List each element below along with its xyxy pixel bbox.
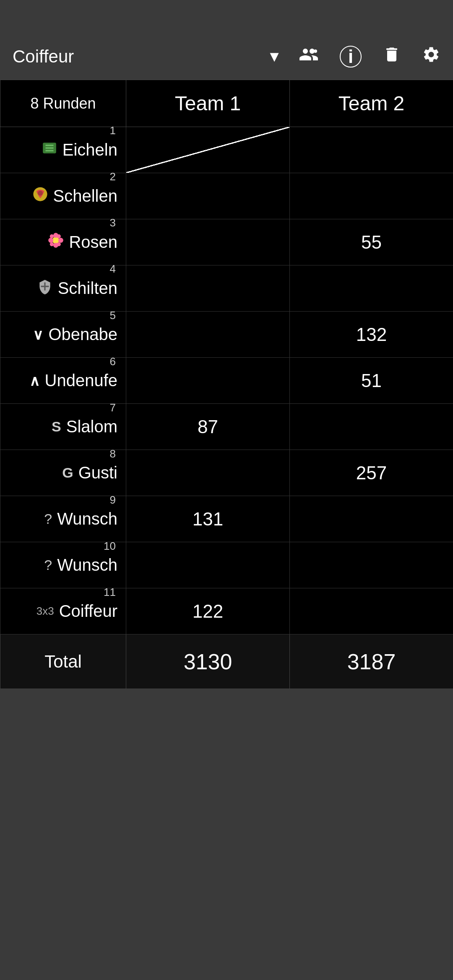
row-number: 6 — [110, 355, 116, 368]
row-number: 4 — [110, 263, 116, 276]
row-label-gusti[interactable]: 8GGusti — [0, 450, 126, 496]
row-number: 7 — [110, 401, 116, 414]
row-number: 9 — [110, 494, 116, 507]
row-team1-schellen[interactable] — [126, 173, 290, 219]
table-row[interactable]: 6∧Undenufe51 — [0, 358, 453, 404]
row-team1-obenabe[interactable] — [126, 312, 290, 358]
row-number: 8 — [110, 447, 116, 460]
row-team1-wunsch[interactable] — [126, 542, 290, 588]
row-team2-schilten[interactable] — [290, 265, 453, 312]
wunsch-icon: ? — [44, 557, 52, 573]
gusti-icon: G — [62, 465, 73, 481]
row-team1-undenufe[interactable] — [126, 358, 290, 404]
row-label-wunsch[interactable]: 10?Wunsch — [0, 542, 126, 588]
info-icon[interactable]: i — [340, 46, 362, 68]
svg-point-15 — [50, 242, 54, 247]
row-team1-wunsch[interactable]: 131 — [126, 496, 290, 542]
row-text-obenabe: Obenabe — [48, 325, 117, 344]
row-text-schellen: Schellen — [53, 187, 117, 205]
row-text-eicheln: Eicheln — [62, 140, 117, 159]
score-table: 8 Runden Team 1 Team 2 1 Eicheln2 Schell… — [0, 80, 453, 689]
total-label: Total — [0, 634, 126, 689]
row-team1-eicheln[interactable] — [126, 127, 290, 173]
obenabe-icon: ∨ — [33, 326, 43, 343]
table-row[interactable]: 8GGusti257 — [0, 450, 453, 496]
row-team2-obenabe[interactable]: 132 — [290, 312, 453, 358]
row-team2-rosen[interactable]: 55 — [290, 219, 453, 265]
row-team2-eicheln[interactable] — [290, 127, 453, 173]
dropdown-icon[interactable]: ▼ — [267, 48, 282, 65]
row-label-coiffeur[interactable]: 113x3Coiffeur — [0, 588, 126, 634]
rosen-icon — [48, 232, 64, 252]
svg-point-9 — [58, 238, 63, 243]
row-number: 3 — [110, 216, 116, 229]
toolbar: Coiffeur ▼ i — [0, 34, 453, 80]
row-team1-rosen[interactable] — [126, 219, 290, 265]
row-number: 2 — [110, 170, 116, 183]
table-row[interactable]: 5∨Obenabe132 — [0, 312, 453, 358]
total-row: Total31303187 — [0, 634, 453, 689]
toolbar-icons: i — [299, 44, 440, 69]
row-team1-coiffeur[interactable]: 122 — [126, 588, 290, 634]
row-text-schilten: Schilten — [58, 279, 117, 298]
team1-header: Team 1 — [126, 80, 290, 127]
table-row[interactable]: 10?Wunsch — [0, 542, 453, 588]
row-team2-wunsch[interactable] — [290, 496, 453, 542]
team2-header: Team 2 — [290, 80, 453, 127]
row-team2-schellen[interactable] — [290, 173, 453, 219]
row-text-gusti: Gusti — [78, 463, 117, 482]
total-team1: 3130 — [126, 634, 290, 689]
row-label-schilten[interactable]: 4 Schilten — [0, 265, 126, 312]
svg-point-11 — [49, 238, 54, 243]
total-team2: 3187 — [290, 634, 453, 689]
row-number: 5 — [110, 309, 116, 322]
row-team2-gusti[interactable]: 257 — [290, 450, 453, 496]
row-text-rosen: Rosen — [69, 233, 117, 252]
svg-point-14 — [50, 234, 54, 239]
slalom-icon: S — [52, 419, 61, 435]
row-text-undenufe: Undenufe — [45, 371, 117, 390]
row-label-schellen[interactable]: 2 Schellen — [0, 173, 126, 219]
rounds-header: 8 Runden — [0, 80, 126, 127]
status-bar — [0, 0, 453, 34]
row-label-eicheln[interactable]: 1 Eicheln — [0, 127, 126, 173]
settings-icon[interactable] — [422, 45, 440, 68]
schellen-icon — [32, 186, 48, 206]
schilten-icon — [37, 278, 53, 298]
table-row[interactable]: 4 Schilten — [0, 265, 453, 312]
row-label-slalom[interactable]: 7SSlalom — [0, 404, 126, 450]
row-team1-schilten[interactable] — [126, 265, 290, 312]
row-label-obenabe[interactable]: 5∨Obenabe — [0, 312, 126, 358]
table-row[interactable]: 1 Eicheln — [0, 127, 453, 173]
row-text-coiffeur: Coiffeur — [59, 602, 117, 621]
row-number: 1 — [110, 124, 116, 137]
svg-point-6 — [38, 191, 43, 196]
row-team2-slalom[interactable] — [290, 404, 453, 450]
svg-point-12 — [57, 234, 61, 239]
coiffeur-icon: 3x3 — [36, 605, 54, 618]
table-row[interactable]: 113x3Coiffeur122 — [0, 588, 453, 634]
wunsch-icon: ? — [44, 511, 52, 527]
row-label-rosen[interactable]: 3 Rosen — [0, 219, 126, 265]
row-team1-slalom[interactable]: 87 — [126, 404, 290, 450]
group-icon[interactable] — [299, 44, 319, 69]
row-number: 10 — [104, 540, 116, 553]
row-text-wunsch: Wunsch — [57, 556, 117, 574]
row-text-wunsch: Wunsch — [57, 509, 117, 528]
row-team1-gusti[interactable] — [126, 450, 290, 496]
table-row[interactable]: 9?Wunsch131 — [0, 496, 453, 542]
row-text-slalom: Slalom — [66, 417, 117, 436]
eicheln-icon — [42, 140, 57, 160]
row-team2-coiffeur[interactable] — [290, 588, 453, 634]
row-team2-undenufe[interactable]: 51 — [290, 358, 453, 404]
row-label-wunsch[interactable]: 9?Wunsch — [0, 496, 126, 542]
svg-point-13 — [57, 242, 61, 247]
table-row[interactable]: 3 Rosen55 — [0, 219, 453, 265]
table-row[interactable]: 7SSlalom87 — [0, 404, 453, 450]
row-label-undenufe[interactable]: 6∧Undenufe — [0, 358, 126, 404]
table-row[interactable]: 2 Schellen — [0, 173, 453, 219]
app-title: Coiffeur — [13, 47, 258, 67]
delete-icon[interactable] — [383, 45, 401, 68]
score-table-container: 8 Runden Team 1 Team 2 1 Eicheln2 Schell… — [0, 80, 453, 689]
row-team2-wunsch[interactable] — [290, 542, 453, 588]
